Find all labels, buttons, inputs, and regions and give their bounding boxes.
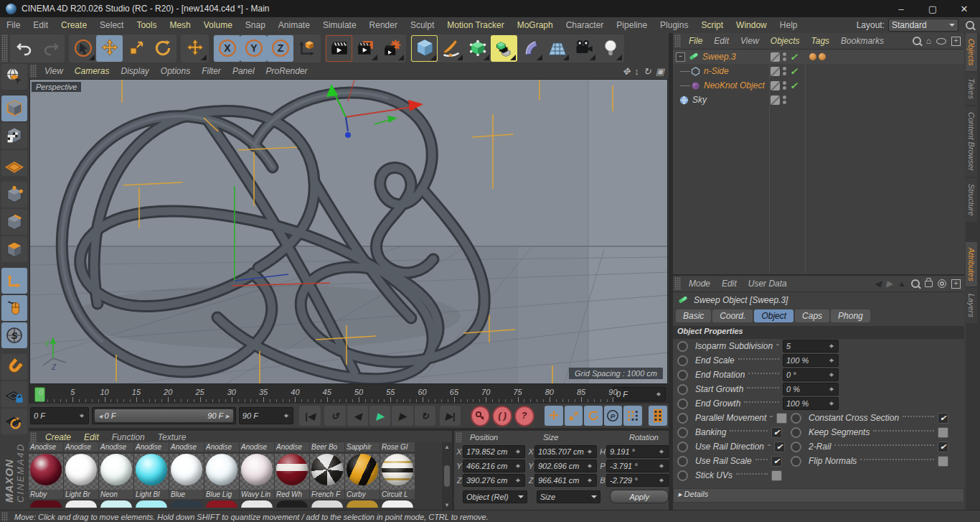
path-icon[interactable] — [936, 38, 946, 45]
objects-menu-file[interactable]: File — [683, 36, 708, 46]
animation-dot[interactable] — [791, 427, 801, 438]
use-rail-direction-checkbox[interactable]: ✔ — [774, 442, 785, 452]
spinner-icon[interactable] — [659, 475, 665, 485]
x-axis-lock-button[interactable]: X — [214, 35, 240, 62]
enabled-check-icon[interactable]: ✓ — [790, 66, 798, 77]
material-name-label[interactable]: Light Bl — [134, 490, 169, 499]
material-header-label[interactable]: Anodise — [275, 442, 309, 452]
viewport-menu-grip[interactable] — [30, 65, 37, 78]
redo-button[interactable] — [37, 35, 64, 62]
material-sphere[interactable] — [347, 454, 378, 485]
start-frame-field[interactable]: 0 F — [30, 407, 89, 424]
rotate-view-icon[interactable]: ↻ — [644, 66, 651, 77]
objects-menu-edit[interactable]: Edit — [708, 36, 735, 46]
attributes-menu-mode[interactable]: Mode — [683, 279, 716, 289]
material-thumbnail[interactable] — [345, 454, 380, 490]
material-header-label[interactable]: Beer Bo — [310, 442, 344, 452]
toggle-view-icon[interactable]: ▣ — [656, 66, 664, 77]
rotate-tool-button[interactable] — [149, 35, 176, 62]
material-sphere[interactable] — [30, 454, 62, 485]
menu-simulate[interactable]: Simulate — [316, 20, 363, 30]
panel-divider[interactable] — [29, 428, 669, 429]
track-focus-icon[interactable] — [938, 279, 946, 288]
menu-select[interactable]: Select — [93, 20, 130, 30]
tab-caps[interactable]: Caps — [795, 309, 829, 322]
search-icon[interactable] — [911, 279, 920, 288]
tab-takes[interactable]: Takes — [966, 73, 977, 105]
animation-dot[interactable] — [677, 470, 688, 481]
parallel-movement-checkbox[interactable] — [776, 413, 787, 424]
parent-object-icon[interactable]: ▲ — [897, 279, 906, 289]
scrollbar-thumb[interactable] — [444, 465, 450, 487]
material-sphere[interactable] — [311, 454, 343, 485]
size-z-field[interactable]: 966.461 cm — [534, 474, 597, 487]
material-thumbnail[interactable] — [99, 454, 133, 490]
move-tool-button[interactable] — [96, 35, 123, 62]
object-properties-section[interactable]: Object Properties — [673, 326, 964, 339]
tag-icon[interactable] — [819, 53, 826, 60]
animation-dot[interactable] — [677, 427, 688, 438]
deformer-bend-button[interactable] — [517, 35, 544, 62]
menu-script[interactable]: Script — [694, 20, 730, 30]
scale-tool-button[interactable] — [123, 35, 149, 62]
snap-settings-button[interactable]: S — [1, 322, 27, 348]
tab-object[interactable]: Object — [754, 309, 793, 322]
previous-frame-button[interactable]: ◀ — [347, 406, 368, 426]
material-sphere-partial[interactable] — [100, 500, 132, 508]
end-rotation-field[interactable]: 0 ° — [783, 368, 839, 381]
details-expander[interactable]: ▸ Details — [673, 488, 964, 503]
material-thumbnail[interactable] — [64, 454, 98, 490]
material-header-label[interactable]: Anodise — [134, 442, 169, 452]
coordinates-grip[interactable] — [456, 432, 462, 442]
material-thumbnail[interactable] — [29, 454, 63, 490]
material-header-label[interactable]: Sapphir — [345, 442, 380, 452]
current-frame-field[interactable]: 0 F — [613, 387, 666, 401]
material-scrollbar[interactable]: ▲ ▼ — [442, 442, 452, 510]
layout-dropdown[interactable]: Standard — [888, 19, 958, 32]
material-name-label[interactable]: Ruby — [29, 490, 63, 499]
material-thumbnail[interactable] — [310, 454, 344, 490]
camera-button[interactable] — [570, 35, 597, 62]
rotation-b-field[interactable]: -2.729 ° — [606, 474, 669, 487]
spinner-icon[interactable] — [587, 475, 593, 485]
key-parameter-toggle[interactable]: P — [604, 406, 623, 426]
play-backwards-button[interactable]: ↺ — [324, 406, 345, 426]
material-sphere-partial[interactable] — [30, 500, 62, 508]
viewport-menu-view[interactable]: View — [39, 66, 69, 76]
make-editable-button[interactable] — [1, 64, 27, 90]
end-frame-field[interactable]: 90 F — [239, 407, 293, 424]
material-sphere[interactable] — [136, 454, 167, 485]
material-sphere[interactable] — [206, 454, 237, 485]
material-sphere-partial[interactable] — [136, 500, 167, 508]
object-row-nside[interactable]: n-Side ✓ — [673, 64, 964, 78]
start-growth-field[interactable]: 0 % — [783, 383, 839, 396]
size-mode-dropdown[interactable]: Size — [537, 490, 601, 503]
banking-checkbox[interactable]: ✔ — [771, 427, 782, 438]
material-header-label[interactable]: Anodise — [240, 442, 274, 452]
material-sphere[interactable] — [171, 454, 202, 485]
material-thumbnail[interactable] — [275, 454, 309, 490]
tab-structure[interactable]: Structure — [966, 178, 977, 222]
objects-menu-bookmarks[interactable]: Bookmarks — [835, 36, 890, 46]
viewport-menu-panel[interactable]: Panel — [227, 66, 260, 76]
render-settings-button[interactable] — [379, 35, 405, 62]
attributes-menu-userdata[interactable]: User Data — [743, 279, 793, 289]
spinner-icon[interactable] — [656, 389, 662, 399]
render-to-picture-viewer-button[interactable] — [352, 35, 379, 62]
material-menu-grip[interactable] — [30, 432, 37, 442]
material-name-label[interactable]: French F — [310, 490, 344, 499]
workplane-mode-button[interactable] — [1, 150, 27, 176]
material-header-label[interactable]: Anodise — [29, 442, 63, 452]
visibility-toggle[interactable] — [771, 52, 780, 62]
material-sphere-partial[interactable] — [311, 500, 343, 508]
polygons-mode-button[interactable] — [1, 236, 27, 262]
frame-range-slider[interactable]: ◂ 0 F 90 F ▸ — [92, 407, 236, 424]
objects-menu-view[interactable]: View — [735, 36, 765, 46]
material-sphere[interactable] — [382, 454, 413, 485]
history-forward-icon[interactable]: ▶ — [886, 279, 892, 289]
material-name-label[interactable]: Wavy Lin — [240, 490, 274, 499]
material-sphere-partial[interactable] — [65, 500, 97, 508]
material-thumbnail[interactable] — [240, 454, 274, 490]
menu-edit[interactable]: Edit — [27, 20, 55, 30]
spinner-icon[interactable] — [829, 399, 835, 409]
